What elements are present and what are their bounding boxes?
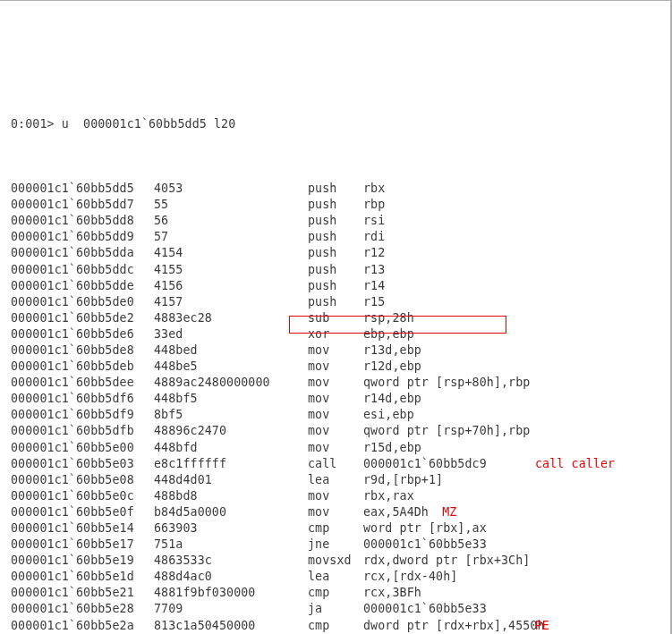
operands: rsi	[363, 213, 385, 229]
mnemonic: cmp	[308, 520, 329, 537]
address: 000001c1`60bb5e1d	[11, 569, 134, 585]
annotation: PE	[535, 618, 549, 634]
mnemonic: mov	[308, 359, 329, 375]
operands: dword ptr [rdx+rbx],4550h	[363, 618, 545, 634]
address: 000001c1`60bb5dd7	[11, 197, 134, 213]
disasm-row: 000001c1`60bb5de8448bedmovr13d,ebp	[11, 342, 670, 359]
operands: r15	[363, 294, 385, 310]
operands: 000001c1`60bb5e33	[363, 601, 487, 617]
bytes: 448d4d01	[154, 472, 212, 488]
operands: rdx,dword ptr [rbx+3Ch]	[363, 553, 530, 569]
bytes: 448bfd	[154, 440, 198, 456]
bytes: 448bed	[154, 342, 198, 359]
disasm-row: 000001c1`60bb5e2a813c1a50450000cmpdword …	[11, 618, 670, 634]
bytes: 4881f9bf030000	[154, 585, 255, 601]
bytes: 488bd8	[154, 488, 198, 504]
address: 000001c1`60bb5de0	[11, 294, 134, 310]
bytes: 55	[154, 197, 168, 213]
disasm-row: 000001c1`60bb5dd755pushrbp	[11, 197, 670, 213]
bytes: 48896c2470	[154, 423, 226, 439]
annotation: call caller	[535, 456, 615, 472]
disasm-row: 000001c1`60bb5e1d488d4ac0learcx,[rdx-40h…	[11, 569, 670, 585]
address: 000001c1`60bb5e00	[11, 440, 134, 456]
address: 000001c1`60bb5dd8	[11, 213, 134, 229]
operands: rbp	[363, 197, 385, 213]
mnemonic: lea	[308, 472, 329, 488]
address: 000001c1`60bb5e14	[11, 520, 134, 537]
operands: rcx,[rdx-40h]	[363, 569, 457, 585]
mnemonic: lea	[308, 569, 329, 585]
disasm-row: 000001c1`60bb5dd957pushrdi	[11, 229, 670, 245]
bytes: 57	[154, 229, 168, 245]
operands: esi,ebp	[363, 407, 414, 423]
address: 000001c1`60bb5e19	[11, 553, 134, 569]
mnemonic: ja	[308, 601, 322, 617]
operands: qword ptr [rsp+80h],rbp	[363, 375, 530, 391]
address: 000001c1`60bb5dd5	[11, 181, 134, 197]
address: 000001c1`60bb5e17	[11, 537, 134, 553]
operands: word ptr [rbx],ax	[363, 520, 487, 537]
disasm-row: 000001c1`60bb5e287709ja000001c1`60bb5e33	[11, 601, 670, 617]
disasm-row: 000001c1`60bb5deb448be5movr12d,ebp	[11, 359, 670, 375]
mnemonic: mov	[308, 342, 329, 359]
operands: 000001c1`60bb5dc9	[363, 456, 487, 472]
mnemonic: mov	[308, 423, 329, 439]
disasm-row: 000001c1`60bb5dee4889ac2480000000movqwor…	[11, 375, 670, 391]
address: 000001c1`60bb5e21	[11, 585, 134, 601]
operands: rbx,rax	[363, 488, 414, 504]
operands: r12d,ebp	[363, 359, 421, 375]
mnemonic: push	[308, 197, 336, 213]
address: 000001c1`60bb5e28	[11, 601, 134, 617]
disasm-row: 000001c1`60bb5dd54053pushrbx	[11, 181, 670, 197]
operands: r13	[363, 262, 385, 278]
mnemonic: mov	[308, 504, 329, 520]
bytes: 4053	[154, 181, 183, 197]
operands: r14d,ebp	[363, 391, 421, 407]
mnemonic: mov	[308, 391, 329, 407]
disasm-row: 000001c1`60bb5dd856pushrsi	[11, 213, 670, 229]
operands: r12	[363, 245, 385, 261]
bytes: e8c1ffffff	[154, 456, 226, 472]
bytes: 4154	[154, 245, 183, 261]
bytes: 751a	[154, 537, 183, 553]
disasm-row: 000001c1`60bb5e17751ajne000001c1`60bb5e3…	[11, 537, 670, 553]
disasm-row: 000001c1`60bb5dda4154pushr12	[11, 245, 670, 261]
mnemonic: call	[308, 456, 336, 472]
address: 000001c1`60bb5deb	[11, 359, 134, 375]
mnemonic: mov	[308, 488, 329, 504]
operands: rcx,3BFh	[363, 585, 421, 601]
disasm-row: 000001c1`60bb5de24883ec28subrsp,28h	[11, 310, 670, 326]
command-prompt[interactable]: 0:001> u 000001c1`60bb5dd5 l20	[11, 116, 670, 132]
disasm-row: 000001c1`60bb5dde4156pushr14	[11, 278, 670, 294]
address: 000001c1`60bb5ddc	[11, 262, 134, 278]
mnemonic: push	[308, 245, 336, 261]
mnemonic: sub	[308, 310, 329, 326]
operands: ebp,ebp	[363, 326, 414, 342]
address: 000001c1`60bb5dee	[11, 375, 134, 391]
address: 000001c1`60bb5df9	[11, 407, 134, 423]
address: 000001c1`60bb5e0f	[11, 504, 134, 520]
bytes: b84d5a0000	[154, 504, 226, 520]
operands: r14	[363, 278, 385, 294]
bytes: 448bf5	[154, 391, 198, 407]
partial-row: movqword ptr [rsp+70h],rbp	[11, 62, 670, 67]
address: 000001c1`60bb5dde	[11, 278, 134, 294]
operands: rbx	[363, 181, 385, 197]
disasm-row: 000001c1`60bb5de04157pushr15	[11, 294, 670, 310]
disasm-row: 000001c1`60bb5df6448bf5movr14d,ebp	[11, 391, 670, 407]
address: 000001c1`60bb5e0c	[11, 488, 134, 504]
mnemonic: push	[308, 294, 336, 310]
mnemonic: movsxd	[308, 553, 352, 569]
address: 000001c1`60bb5de2	[11, 310, 134, 326]
address: 000001c1`60bb5dd9	[11, 229, 134, 245]
bytes: 4883ec28	[154, 310, 212, 326]
address: 000001c1`60bb5e2a	[11, 618, 134, 634]
mnemonic: cmp	[308, 618, 329, 634]
disasm-row: 000001c1`60bb5dfb48896c2470movqword ptr …	[11, 423, 670, 439]
address: 000001c1`60bb5e08	[11, 472, 134, 488]
address: 000001c1`60bb5de6	[11, 326, 134, 342]
operands: r13d,ebp	[363, 342, 421, 359]
operands: rsp,28h	[363, 310, 414, 326]
operands: r9d,[rbp+1]	[363, 472, 443, 488]
disasm-row: 000001c1`60bb5e214881f9bf030000cmprcx,3B…	[11, 585, 670, 601]
